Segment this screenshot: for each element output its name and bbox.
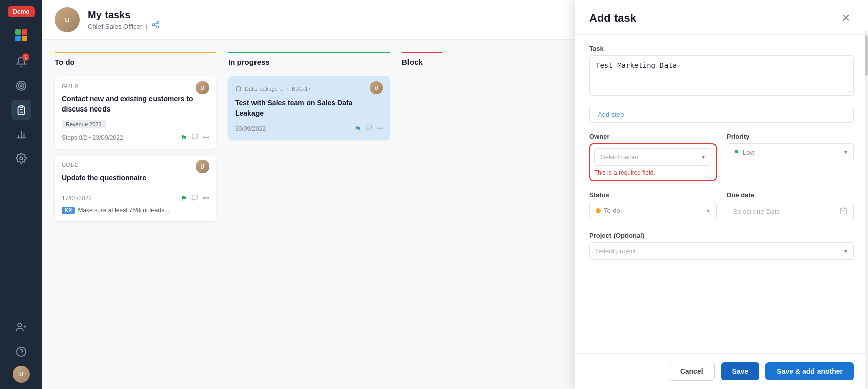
share-icon[interactable] xyxy=(151,23,160,30)
demo-button[interactable]: Demo xyxy=(8,6,34,17)
table-row: Data leakage ... • BU1-17 U Test with Sa… xyxy=(228,76,390,140)
help-icon[interactable] xyxy=(11,342,31,362)
header-info: My tasks Chief Sales Officer | xyxy=(88,9,160,30)
owner-select[interactable]: Select owner ▾ xyxy=(594,148,711,166)
card-meta-text: Data leakage ... xyxy=(245,86,284,92)
card-id: GU1-9 xyxy=(62,83,78,89)
bell-icon[interactable]: 1 xyxy=(11,51,31,72)
modal-body: Task Test Marketing Data ⤢ Add step Owne… xyxy=(575,35,868,353)
svg-rect-3 xyxy=(22,36,27,41)
chevron-down-icon: ▾ xyxy=(844,149,847,156)
due-date-select[interactable]: Select due Date xyxy=(727,202,854,221)
task-field-label: Task xyxy=(589,45,854,52)
avatar: U xyxy=(196,160,209,173)
comment-icon[interactable] xyxy=(191,194,198,203)
card-bottom-text: Make sure at least 75% of leads... xyxy=(78,207,169,214)
flag-icon[interactable]: ⚑ xyxy=(181,194,187,202)
svg-point-5 xyxy=(19,83,24,89)
svg-point-22 xyxy=(157,26,159,28)
priority-label: Priority xyxy=(727,133,854,140)
owner-priority-row: Owner Select owner ▾ This is a required … xyxy=(589,133,854,181)
due-date-placeholder: Select due Date xyxy=(733,208,780,215)
main-content: U My tasks Chief Sales Officer | To do xyxy=(42,0,868,389)
svg-line-23 xyxy=(155,25,157,27)
save-add-another-button[interactable]: Save & add another xyxy=(765,362,854,380)
tasks-icon[interactable] xyxy=(11,100,31,120)
owner-label: Owner xyxy=(589,133,717,140)
flag-icon[interactable]: ⚑ xyxy=(181,134,187,142)
comment-icon[interactable] xyxy=(365,124,372,133)
status-select[interactable]: To do ▾ xyxy=(589,202,717,219)
save-button[interactable]: Save xyxy=(721,362,760,380)
header-avatar: U xyxy=(55,7,80,32)
owner-placeholder: Select owner xyxy=(601,153,639,161)
owner-field: Owner Select owner ▾ This is a required … xyxy=(589,133,717,181)
scrollbar-thumb xyxy=(865,35,868,76)
card-date: 17/08/2022 xyxy=(62,195,92,202)
notification-badge: 1 xyxy=(22,53,29,61)
card-meta-icon xyxy=(235,85,242,93)
priority-select[interactable]: ⚑ Low ▾ xyxy=(727,143,854,161)
flag-icon[interactable]: ⚑ xyxy=(354,125,361,133)
svg-point-14 xyxy=(20,157,23,160)
column-todo: To do GU1-9 U Contact new and existing c… xyxy=(55,52,216,389)
column-blocked: Block xyxy=(402,52,442,389)
avatar: U xyxy=(370,81,383,94)
comment-icon[interactable] xyxy=(191,133,198,142)
logo-icon[interactable] xyxy=(11,25,31,45)
project-label: Project (Optional) xyxy=(589,232,854,239)
status-label: Status xyxy=(589,191,717,199)
project-field: Project (Optional) Select project ▾ xyxy=(589,232,854,260)
chevron-down-icon: ▾ xyxy=(707,207,710,214)
svg-rect-25 xyxy=(238,86,239,87)
card-title: Update the questionnaire xyxy=(62,173,209,183)
resize-handle-icon: ⤢ xyxy=(847,89,852,96)
svg-point-20 xyxy=(157,21,159,23)
close-button[interactable]: ✕ xyxy=(838,10,854,26)
status-duedate-row: Status To do ▾ Due date Select due Date xyxy=(589,191,854,221)
column-inprogress: In progress Data leakage ... • BU1-17 U … xyxy=(228,52,390,389)
priority-value: Low xyxy=(743,149,755,156)
svg-line-24 xyxy=(155,23,157,24)
table-row: GU1-9 U Contact new and existing custome… xyxy=(55,76,216,149)
owner-error-message: This is a required field. xyxy=(594,169,711,176)
more-icon[interactable]: ••• xyxy=(202,134,209,141)
page-title: My tasks xyxy=(88,9,160,21)
card-title: Contact new and existing customers to di… xyxy=(62,94,209,114)
more-icon[interactable]: ••• xyxy=(202,195,209,202)
task-input[interactable]: Test Marketing Data xyxy=(589,55,854,96)
calendar-icon xyxy=(839,207,847,216)
modal-title: Add task xyxy=(589,12,636,25)
more-icon[interactable]: ••• xyxy=(376,125,383,132)
avatar: U xyxy=(196,81,209,94)
chart-icon[interactable] xyxy=(11,124,31,144)
project-select[interactable]: Select project ▾ xyxy=(589,242,854,260)
due-date-label: Due date xyxy=(727,191,854,199)
user-role: Chief Sales Officer | xyxy=(88,21,160,30)
chevron-down-icon: ▾ xyxy=(702,154,705,161)
priority-field: Priority ⚑ Low ▾ xyxy=(727,133,854,181)
status-dot-icon xyxy=(596,208,601,213)
svg-rect-1 xyxy=(22,29,27,35)
svg-rect-2 xyxy=(15,36,21,41)
modal-scrollbar[interactable] xyxy=(865,30,868,389)
card-steps: Steps 0/2 • 23/09/2022 xyxy=(62,134,123,141)
kr-badge: KR xyxy=(62,207,75,214)
add-task-modal: Add task ✕ Task Test Marketing Data ⤢ Ad… xyxy=(575,0,868,389)
svg-point-6 xyxy=(20,85,22,87)
column-blocked-header: Block xyxy=(402,52,442,69)
table-row: GU1-2 U Update the questionnaire 17/08/2… xyxy=(55,155,216,221)
cancel-button[interactable]: Cancel xyxy=(669,362,715,381)
task-input-wrapper: Test Marketing Data ⤢ xyxy=(589,55,854,98)
add-user-icon[interactable] xyxy=(11,317,31,338)
column-todo-header: To do xyxy=(55,52,216,69)
target-icon[interactable] xyxy=(11,76,31,96)
card-id: GU1-2 xyxy=(62,162,78,168)
modal-footer: Cancel Save Save & add another xyxy=(575,353,868,389)
gear-icon[interactable] xyxy=(11,148,31,169)
user-avatar[interactable]: U xyxy=(13,366,30,383)
project-placeholder: Select project xyxy=(596,247,636,255)
svg-point-21 xyxy=(152,24,155,26)
svg-rect-26 xyxy=(840,208,846,214)
add-step-button[interactable]: Add step xyxy=(589,106,854,123)
